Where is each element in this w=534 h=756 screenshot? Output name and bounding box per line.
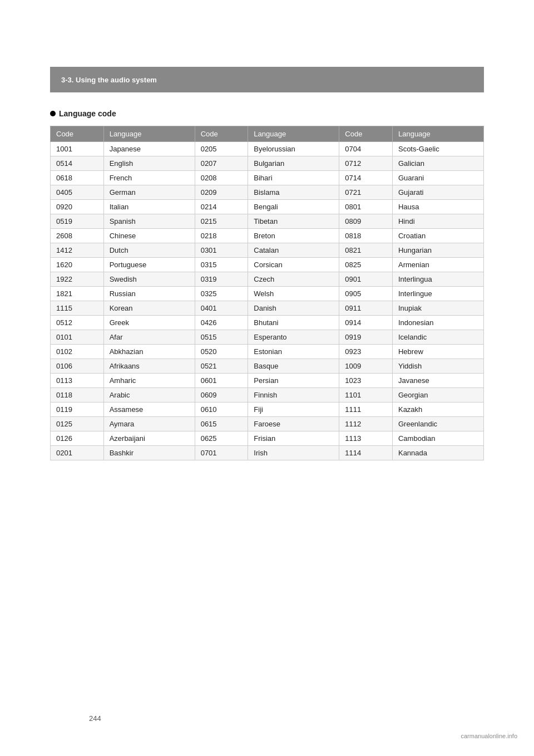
section-title-text: Language code (59, 109, 116, 118)
table-cell-r18-c5: Kazakh (392, 402, 483, 417)
col-header-lang3: Language (392, 126, 483, 142)
table-cell-r0-c2: 0205 (195, 142, 248, 156)
table-cell-r19-c3: Faroese (248, 417, 339, 431)
table-cell-r21-c0: 0201 (51, 446, 104, 460)
table-cell-r16-c1: Amharic (103, 374, 195, 388)
header-bar: 3-3. Using the audio system (50, 67, 484, 92)
table-cell-r7-c0: 1412 (51, 243, 104, 258)
table-cell-r18-c2: 0610 (195, 402, 248, 417)
table-cell-r9-c3: Czech (248, 272, 339, 287)
table-cell-r21-c2: 0701 (195, 446, 248, 460)
table-cell-r6-c1: Chinese (103, 229, 195, 243)
table-cell-r2-c4: 0714 (339, 171, 393, 185)
table-cell-r4-c2: 0214 (195, 200, 248, 214)
table-cell-r8-c1: Portuguese (103, 258, 195, 272)
bullet-icon (50, 111, 56, 116)
table-cell-r2-c1: French (103, 171, 195, 185)
table-cell-r10-c0: 1821 (51, 287, 104, 301)
table-row: 1821Russian0325Welsh0905Interlingue (51, 287, 484, 301)
table-cell-r17-c3: Finnish (248, 388, 339, 402)
table-cell-r11-c1: Korean (103, 301, 195, 316)
table-cell-r6-c2: 0218 (195, 229, 248, 243)
table-cell-r14-c4: 0923 (339, 345, 393, 359)
table-cell-r1-c3: Bulgarian (248, 156, 339, 171)
table-cell-r17-c5: Georgian (392, 388, 483, 402)
table-cell-r19-c5: Greenlandic (392, 417, 483, 431)
table-cell-r4-c0: 0920 (51, 200, 104, 214)
table-cell-r19-c1: Aymara (103, 417, 195, 431)
table-cell-r14-c5: Hebrew (392, 345, 483, 359)
section-label: 3-3. Using the audio system (61, 76, 157, 84)
table-cell-r15-c0: 0106 (51, 359, 104, 374)
table-cell-r6-c0: 2608 (51, 229, 104, 243)
table-cell-r9-c4: 0901 (339, 272, 393, 287)
table-cell-r6-c3: Breton (248, 229, 339, 243)
table-cell-r2-c5: Guarani (392, 171, 483, 185)
table-row: 2608Chinese0218Breton0818Croatian (51, 229, 484, 243)
table-cell-r8-c4: 0825 (339, 258, 393, 272)
table-row: 0125Aymara0615Faroese1112Greenlandic (51, 417, 484, 431)
table-cell-r13-c3: Esperanto (248, 330, 339, 345)
table-header-row: Code Language Code Language Code Languag… (51, 126, 484, 142)
table-cell-r10-c2: 0325 (195, 287, 248, 301)
table-cell-r4-c4: 0801 (339, 200, 393, 214)
table-row: 0126Azerbaijani0625Frisian1113Cambodian (51, 431, 484, 446)
table-cell-r11-c3: Danish (248, 301, 339, 316)
table-cell-r10-c5: Interlingue (392, 287, 483, 301)
table-cell-r11-c0: 1115 (51, 301, 104, 316)
table-row: 0512Greek0426Bhutani0914Indonesian (51, 316, 484, 330)
table-cell-r7-c3: Catalan (248, 243, 339, 258)
content-area: Language code Code Language Code Languag… (50, 109, 484, 460)
table-cell-r3-c1: German (103, 185, 195, 200)
table-cell-r15-c2: 0521 (195, 359, 248, 374)
col-header-code1: Code (51, 126, 104, 142)
table-row: 0113Amharic0601Persian1023Javanese (51, 374, 484, 388)
table-cell-r17-c4: 1101 (339, 388, 393, 402)
table-cell-r12-c0: 0512 (51, 316, 104, 330)
table-cell-r20-c2: 0625 (195, 431, 248, 446)
table-cell-r1-c5: Galician (392, 156, 483, 171)
table-row: 1922Swedish0319Czech0901Interlingua (51, 272, 484, 287)
table-cell-r8-c2: 0315 (195, 258, 248, 272)
table-cell-r16-c3: Persian (248, 374, 339, 388)
table-cell-r7-c1: Dutch (103, 243, 195, 258)
table-row: 0519Spanish0215Tibetan0809Hindi (51, 214, 484, 229)
table-cell-r3-c0: 0405 (51, 185, 104, 200)
table-cell-r4-c1: Italian (103, 200, 195, 214)
table-cell-r1-c1: English (103, 156, 195, 171)
table-row: 0118Arabic0609Finnish1101Georgian (51, 388, 484, 402)
table-cell-r14-c0: 0102 (51, 345, 104, 359)
table-cell-r15-c3: Basque (248, 359, 339, 374)
table-cell-r2-c3: Bihari (248, 171, 339, 185)
table-cell-r13-c0: 0101 (51, 330, 104, 345)
table-cell-r17-c0: 0118 (51, 388, 104, 402)
table-cell-r12-c2: 0426 (195, 316, 248, 330)
table-cell-r12-c1: Greek (103, 316, 195, 330)
table-cell-r19-c2: 0615 (195, 417, 248, 431)
table-cell-r18-c0: 0119 (51, 402, 104, 417)
table-cell-r0-c4: 0704 (339, 142, 393, 156)
table-cell-r12-c5: Indonesian (392, 316, 483, 330)
table-cell-r1-c0: 0514 (51, 156, 104, 171)
table-cell-r8-c0: 1620 (51, 258, 104, 272)
table-cell-r12-c3: Bhutani (248, 316, 339, 330)
table-cell-r10-c1: Russian (103, 287, 195, 301)
table-cell-r13-c1: Afar (103, 330, 195, 345)
table-cell-r7-c5: Hungarian (392, 243, 483, 258)
table-cell-r20-c5: Cambodian (392, 431, 483, 446)
table-row: 0920Italian0214Bengali0801Hausa (51, 200, 484, 214)
page-number: 244 (89, 714, 101, 723)
table-cell-r16-c4: 1023 (339, 374, 393, 388)
table-cell-r15-c4: 1009 (339, 359, 393, 374)
table-cell-r11-c2: 0401 (195, 301, 248, 316)
table-cell-r8-c5: Armenian (392, 258, 483, 272)
table-cell-r20-c4: 1113 (339, 431, 393, 446)
table-cell-r3-c4: 0721 (339, 185, 393, 200)
table-cell-r0-c5: Scots-Gaelic (392, 142, 483, 156)
table-cell-r11-c4: 0911 (339, 301, 393, 316)
table-cell-r14-c3: Estonian (248, 345, 339, 359)
table-cell-r7-c2: 0301 (195, 243, 248, 258)
table-cell-r20-c3: Frisian (248, 431, 339, 446)
table-cell-r9-c2: 0319 (195, 272, 248, 287)
table-cell-r18-c4: 1111 (339, 402, 393, 417)
